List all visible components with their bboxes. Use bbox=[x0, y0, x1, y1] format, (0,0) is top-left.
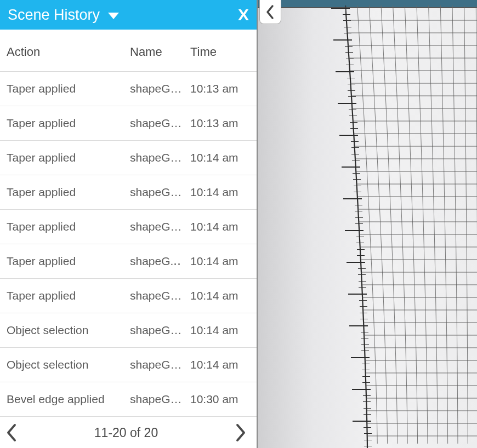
table-row[interactable]: Taper appliedshapeG…10:14 am bbox=[0, 279, 257, 313]
column-header-name[interactable]: Name bbox=[130, 45, 190, 59]
cell-time: 10:14 am bbox=[190, 255, 250, 268]
cell-name: shapeG… bbox=[130, 220, 190, 233]
cell-name: shapeG… bbox=[130, 393, 190, 406]
cell-name: shapeG… bbox=[130, 151, 190, 164]
cell-name: shapeG.‥ bbox=[130, 255, 190, 268]
column-header-time[interactable]: Time bbox=[190, 45, 250, 59]
cell-action: Taper applied bbox=[7, 117, 130, 130]
panel-title-text: Scene History bbox=[8, 7, 100, 24]
table-row[interactable]: Taper appliedshapeG…10:13 am bbox=[0, 72, 257, 106]
cell-name: shapeG… bbox=[130, 324, 190, 337]
mesh-object[interactable] bbox=[345, 5, 477, 448]
cell-action: Bevel edge applied bbox=[7, 393, 130, 406]
cell-time: 10:30 am bbox=[190, 393, 250, 406]
pager-range-text: 11-20 of 20 bbox=[94, 426, 158, 440]
cell-time: 10:13 am bbox=[190, 82, 250, 95]
cell-time: 10:14 am bbox=[190, 220, 250, 233]
cell-time: 10:14 am bbox=[190, 324, 250, 337]
svg-marker-0 bbox=[108, 13, 119, 19]
cell-time: 10:14 am bbox=[190, 358, 250, 371]
scene-history-panel: Scene History X Action Name Time Taper a… bbox=[0, 0, 258, 448]
cell-action: Taper applied bbox=[7, 255, 130, 268]
cell-action: Taper applied bbox=[7, 289, 130, 302]
cell-name: shapeG… bbox=[130, 117, 190, 130]
close-icon[interactable]: X bbox=[238, 7, 249, 23]
table-row[interactable]: Object selectionshapeG…10:14 am bbox=[0, 348, 257, 382]
cell-name: shapeG… bbox=[130, 289, 190, 302]
pager-prev-button[interactable] bbox=[5, 423, 18, 442]
cell-action: Taper applied bbox=[7, 186, 130, 199]
table-row[interactable]: Taper appliedshapeG.‥10:14 am bbox=[0, 244, 257, 279]
table-row[interactable]: Taper appliedshapeG…10:14 am bbox=[0, 175, 257, 210]
cell-time: 10:14 am bbox=[190, 186, 250, 199]
table-header-row: Action Name Time bbox=[0, 30, 257, 72]
pager-next-button[interactable] bbox=[235, 423, 247, 442]
cell-action: Taper applied bbox=[7, 82, 130, 95]
viewport-3d[interactable] bbox=[258, 0, 477, 448]
table-row[interactable]: Taper appliedshapeG…10:14 am bbox=[0, 141, 257, 175]
collapse-panel-button[interactable] bbox=[259, 0, 281, 24]
cell-time: 10:14 am bbox=[190, 151, 250, 164]
dropdown-caret-icon bbox=[107, 7, 120, 24]
cell-name: shapeG… bbox=[130, 186, 190, 199]
chevron-left-icon bbox=[265, 4, 275, 20]
cell-action: Taper applied bbox=[7, 220, 130, 233]
cell-action: Object selection bbox=[7, 324, 130, 337]
panel-header: Scene History X bbox=[0, 0, 257, 30]
panel-title-dropdown[interactable]: Scene History bbox=[8, 7, 120, 24]
cell-name: shapeG… bbox=[130, 82, 190, 95]
column-header-action[interactable]: Action bbox=[7, 45, 130, 59]
pager: 11-20 of 20 bbox=[0, 417, 257, 448]
cell-action: Object selection bbox=[7, 358, 130, 371]
history-rows: Taper appliedshapeG…10:13 amTaper applie… bbox=[0, 72, 257, 417]
table-row[interactable]: Object selectionshapeG…10:14 am bbox=[0, 313, 257, 348]
table-row[interactable]: Taper appliedshapeG…10:14 am bbox=[0, 210, 257, 244]
cell-time: 10:13 am bbox=[190, 117, 250, 130]
cell-action: Taper applied bbox=[7, 151, 130, 164]
cell-time: 10:14 am bbox=[190, 289, 250, 302]
table-row[interactable]: Taper appliedshapeG…10:13 am bbox=[0, 106, 257, 141]
table-row[interactable]: Bevel edge appliedshapeG…10:30 am bbox=[0, 382, 257, 417]
cell-name: shapeG… bbox=[130, 358, 190, 371]
